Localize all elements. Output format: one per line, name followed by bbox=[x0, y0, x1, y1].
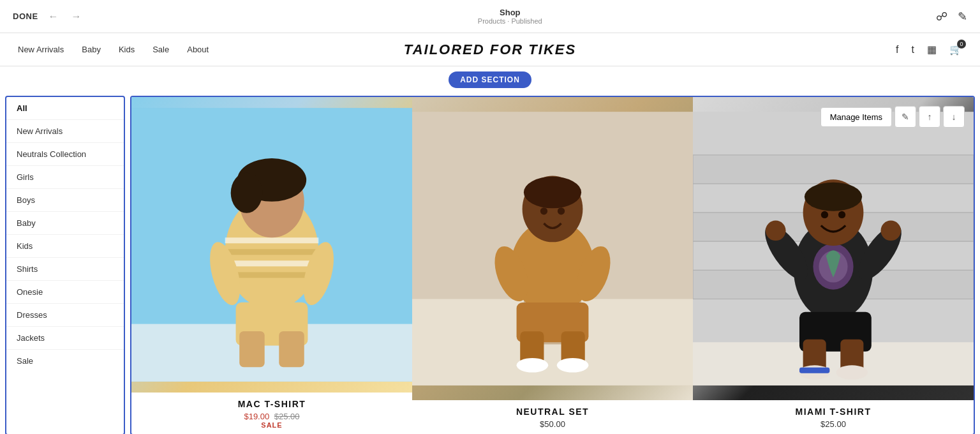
product-name-2: NEUTRAL SET bbox=[417, 407, 688, 417]
top-bar-center: Shop Products · Published bbox=[478, 8, 542, 25]
svg-rect-5 bbox=[225, 260, 319, 266]
product-info-2: NEUTRAL SET $50.00 bbox=[412, 400, 693, 434]
edit-icon-button[interactable]: ✎ bbox=[958, 10, 967, 24]
add-section-button[interactable]: ADD SECTION bbox=[449, 71, 531, 88]
product-old-price-1: $25.00 bbox=[274, 412, 300, 421]
sidebar-item-dresses[interactable]: Dresses bbox=[6, 304, 124, 327]
product-price-2: $50.00 bbox=[417, 419, 688, 429]
product-image-3 bbox=[693, 97, 974, 400]
shop-title: Shop bbox=[478, 8, 542, 17]
cart-icon[interactable]: 🛒 0 bbox=[949, 43, 962, 56]
product-info-1: MAC T-SHIRT $19.00 $25.00 SALE bbox=[131, 393, 412, 434]
sidebar-item-shirts[interactable]: Shirts bbox=[6, 258, 124, 281]
svg-rect-4 bbox=[225, 249, 319, 255]
products-area: Manage Items ✎ ↑ ↓ bbox=[130, 96, 975, 434]
top-bar-right: ☍ ✎ bbox=[936, 10, 967, 24]
svg-rect-6 bbox=[225, 272, 319, 278]
products-grid: MAC T-SHIRT $19.00 $25.00 SALE bbox=[131, 97, 974, 434]
svg-point-25 bbox=[558, 207, 565, 214]
edit-items-button[interactable]: ✎ bbox=[895, 106, 916, 128]
move-up-button[interactable]: ↑ bbox=[919, 106, 940, 128]
sidebar-item-kids[interactable]: Kids bbox=[6, 235, 124, 258]
add-section-bar: ADD SECTION bbox=[0, 66, 980, 93]
sidebar-item-neutrals-collection[interactable]: Neutrals Collection bbox=[6, 143, 124, 166]
brand-title: Tailored for Tikes bbox=[404, 41, 576, 58]
svg-point-23 bbox=[524, 177, 581, 209]
main-content: All New Arrivals Neutrals Collection Gir… bbox=[0, 93, 980, 434]
mobile-preview-button[interactable]: ☍ bbox=[936, 10, 947, 24]
svg-point-32 bbox=[557, 358, 589, 373]
manage-items-bar: Manage Items ✎ ↑ ↓ bbox=[820, 106, 965, 128]
svg-rect-56 bbox=[799, 368, 829, 373]
svg-point-55 bbox=[836, 365, 868, 380]
twitter-icon[interactable]: t bbox=[912, 44, 914, 56]
svg-rect-3 bbox=[225, 237, 319, 243]
redo-button[interactable]: → bbox=[69, 8, 84, 25]
svg-point-44 bbox=[805, 183, 862, 211]
top-bar-left: DONE ← → bbox=[13, 8, 84, 25]
product-name-3: MIAMI T-SHIRT bbox=[698, 407, 969, 417]
sidebar-item-jackets[interactable]: Jackets bbox=[6, 327, 124, 350]
svg-rect-14 bbox=[279, 331, 304, 367]
svg-point-45 bbox=[821, 211, 828, 218]
product-card-miami-tshirt: MIAMI T-SHIRT $25.00 bbox=[693, 97, 974, 434]
sidebar-item-all[interactable]: All bbox=[6, 97, 124, 120]
product-price-1: $19.00 $25.00 bbox=[137, 412, 407, 421]
sidebar-item-girls[interactable]: Girls bbox=[6, 166, 124, 189]
sidebar-item-boys[interactable]: Boys bbox=[6, 189, 124, 212]
svg-point-49 bbox=[766, 221, 786, 241]
manage-items-button[interactable]: Manage Items bbox=[820, 107, 892, 127]
shop-subtitle: Products · Published bbox=[478, 17, 542, 25]
nav-link-baby[interactable]: Baby bbox=[82, 45, 101, 54]
sidebar: All New Arrivals Neutrals Collection Gir… bbox=[5, 96, 125, 434]
product-sale-badge-1: SALE bbox=[137, 421, 407, 429]
svg-point-50 bbox=[880, 221, 901, 241]
product-card-mac-tshirt: MAC T-SHIRT $19.00 $25.00 SALE bbox=[131, 97, 412, 434]
product-new-price-1: $19.00 bbox=[244, 412, 269, 421]
product-regular-price-2: $50.00 bbox=[540, 419, 565, 429]
move-down-button[interactable]: ↓ bbox=[943, 106, 965, 128]
facebook-icon[interactable]: f bbox=[896, 44, 898, 56]
svg-point-24 bbox=[540, 207, 547, 214]
svg-point-9 bbox=[231, 173, 263, 213]
sidebar-item-sale[interactable]: Sale bbox=[6, 350, 124, 372]
svg-point-31 bbox=[517, 358, 549, 373]
sidebar-item-new-arrivals[interactable]: New Arrivals bbox=[6, 120, 124, 143]
nav-link-about[interactable]: About bbox=[187, 45, 209, 54]
svg-point-46 bbox=[838, 211, 845, 218]
top-bar: DONE ← → Shop Products · Published ☍ ✎ bbox=[0, 0, 980, 33]
done-button[interactable]: DONE bbox=[13, 11, 38, 21]
nav-link-kids[interactable]: Kids bbox=[119, 45, 135, 54]
sidebar-item-baby[interactable]: Baby bbox=[6, 212, 124, 235]
product-image-2 bbox=[412, 97, 693, 400]
instagram-icon[interactable]: ▦ bbox=[927, 43, 937, 56]
sidebar-item-onesie[interactable]: Onesie bbox=[6, 281, 124, 304]
product-name-1: MAC T-SHIRT bbox=[137, 399, 407, 409]
undo-button[interactable]: ← bbox=[46, 8, 61, 25]
svg-rect-13 bbox=[239, 331, 264, 367]
nav-link-sale[interactable]: Sale bbox=[152, 45, 169, 54]
nav-bar: New Arrivals Baby Kids Sale About Tailor… bbox=[0, 33, 980, 66]
product-card-neutral-set: NEUTRAL SET $50.00 bbox=[412, 97, 693, 434]
product-image-1 bbox=[131, 97, 412, 393]
product-price-3: $25.00 bbox=[698, 419, 969, 429]
nav-right: f t ▦ 🛒 0 bbox=[896, 43, 980, 56]
cart-badge: 0 bbox=[957, 40, 966, 49]
nav-link-new-arrivals[interactable]: New Arrivals bbox=[18, 45, 64, 54]
nav-links: New Arrivals Baby Kids Sale About bbox=[0, 45, 209, 54]
product-regular-price-3: $25.00 bbox=[820, 419, 846, 429]
product-info-3: MIAMI T-SHIRT $25.00 bbox=[693, 400, 974, 434]
